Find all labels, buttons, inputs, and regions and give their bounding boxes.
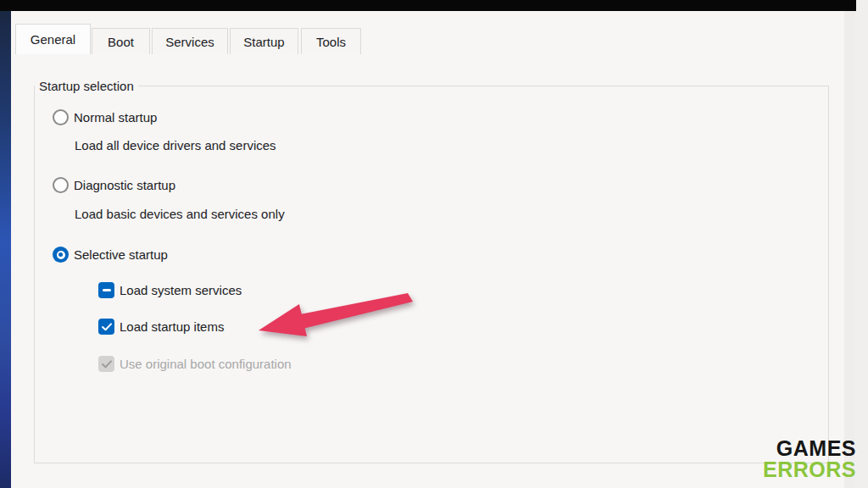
checkbox-use-original-boot: Use original boot configuration	[98, 356, 292, 372]
screenshot-stage: General Boot Services Startup Tools Star…	[0, 0, 868, 488]
checkmark-icon	[102, 323, 112, 331]
checkbox-load-system-services-label[interactable]: Load system services	[120, 283, 242, 297]
normal-startup-description: Load all device drivers and services	[75, 138, 276, 152]
desktop-background-right	[854, 0, 868, 488]
tab-boot-label: Boot	[108, 35, 134, 49]
checkbox-indeterminate-icon[interactable]	[98, 282, 114, 298]
checkmark-icon	[102, 360, 112, 369]
tab-boot[interactable]: Boot	[92, 28, 150, 54]
tab-general-label: General	[31, 32, 75, 47]
diagnostic-startup-description: Load basic devices and services only	[75, 207, 285, 221]
checkbox-use-original-boot-label: Use original boot configuration	[120, 357, 292, 371]
startup-selection-title: Startup selection	[35, 79, 138, 93]
tab-tools-label: Tools	[316, 35, 346, 49]
radio-diagnostic-startup-label[interactable]: Diagnostic startup	[74, 178, 175, 192]
checkbox-checked-icon[interactable]	[98, 319, 114, 335]
checkbox-load-system-services[interactable]: Load system services	[98, 282, 242, 298]
checkbox-load-startup-items-label[interactable]: Load startup items	[120, 319, 224, 334]
radio-checked-icon[interactable]	[53, 247, 69, 263]
logo-line-games: GAMES	[763, 438, 856, 459]
logo-line-errors: ERRORS	[763, 459, 856, 480]
tab-services[interactable]: Services	[152, 28, 228, 54]
radio-unchecked-icon[interactable]	[53, 177, 69, 193]
desktop-background-left	[0, 11, 11, 488]
tab-services-label: Services	[165, 35, 214, 49]
tab-general[interactable]: General	[15, 24, 91, 54]
tab-startup-label: Startup	[243, 35, 284, 49]
radio-unchecked-icon[interactable]	[53, 109, 69, 125]
tab-tools[interactable]: Tools	[301, 28, 361, 54]
annotation-arrow-icon	[250, 285, 420, 346]
radio-normal-startup-label[interactable]: Normal startup	[74, 110, 157, 125]
checkbox-load-startup-items[interactable]: Load startup items	[98, 319, 224, 335]
top-black-bar	[0, 0, 856, 11]
games-errors-logo: GAMES ERRORS	[763, 438, 856, 480]
window-edge	[844, 11, 854, 488]
radio-selective-startup[interactable]: Selective startup	[53, 247, 168, 263]
radio-selective-startup-label[interactable]: Selective startup	[74, 247, 168, 262]
tab-startup[interactable]: Startup	[230, 28, 298, 54]
radio-diagnostic-startup[interactable]: Diagnostic startup	[53, 177, 175, 193]
checkbox-disabled-checked-icon	[98, 356, 114, 372]
radio-normal-startup[interactable]: Normal startup	[53, 109, 157, 125]
